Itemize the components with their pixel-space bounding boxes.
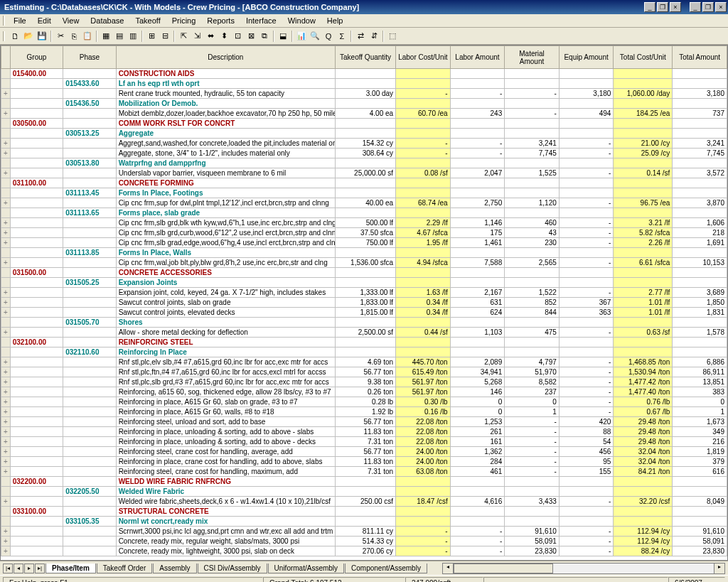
cell[interactable] (673, 278, 727, 288)
cell[interactable]: 7.31 ton (336, 467, 396, 477)
cell[interactable]: 4.67 /sfca (396, 228, 451, 238)
cell[interactable]: 0.28 lb (336, 397, 396, 407)
cell[interactable]: 23,830 (505, 546, 560, 556)
cell[interactable]: 0.67 /lb (614, 407, 673, 417)
menu-gripper[interactable] (3, 16, 5, 26)
cell[interactable] (63, 308, 116, 318)
cell[interactable]: - (450, 89, 505, 99)
cell[interactable] (559, 477, 614, 487)
cell[interactable]: - (559, 328, 614, 338)
col-description[interactable]: Description (116, 46, 335, 69)
cell[interactable]: 033105.35 (63, 517, 116, 527)
row-header[interactable] (1, 248, 11, 258)
cell[interactable]: CONSTRUCTION AIDS (116, 69, 335, 79)
row-header[interactable] (1, 318, 11, 328)
cell[interactable]: - (559, 407, 614, 417)
cell[interactable] (10, 377, 63, 387)
cell[interactable] (505, 318, 560, 328)
cell[interactable]: 030513.80 (63, 158, 116, 168)
cell[interactable] (559, 99, 614, 109)
col-labor-amount[interactable]: Labor Amount (450, 46, 505, 69)
cell[interactable] (559, 188, 614, 198)
table-row[interactable]: +Reinforcing steel, crane cost for handl… (1, 447, 727, 457)
cell[interactable]: 4,616 (450, 497, 505, 507)
cell[interactable] (614, 99, 673, 109)
cell[interactable] (63, 387, 116, 397)
row-header[interactable]: + (1, 198, 11, 208)
col-total-cost-unit[interactable]: Total Cost/Unit (614, 46, 673, 69)
cell[interactable] (450, 119, 505, 129)
cell[interactable]: 032110.60 (63, 347, 116, 357)
cell[interactable]: - (450, 527, 505, 537)
row-header[interactable]: + (1, 417, 11, 427)
cell[interactable]: 7,745 (505, 149, 560, 158)
cell[interactable]: Cip cnc frm,slb grd,blk wth kyw,wd,6"h,1… (116, 218, 335, 228)
cell[interactable]: 737 (673, 109, 727, 119)
cell[interactable] (336, 338, 396, 347)
cell[interactable] (336, 318, 396, 328)
toolbar-icon[interactable]: ⇵ (368, 30, 380, 43)
table-row[interactable]: 030513.80Watrprfng and dampprfng (1, 158, 727, 168)
cell[interactable]: 1,253 (450, 417, 505, 427)
copy-icon[interactable]: ⎘ (68, 30, 80, 43)
cell[interactable] (396, 188, 451, 198)
row-header[interactable] (1, 268, 11, 278)
cell[interactable] (63, 457, 116, 467)
table-row[interactable]: +Mobizt demblz,dozer,loader,backhoe exca… (1, 109, 727, 119)
cell[interactable]: 031113.85 (63, 248, 116, 258)
cell[interactable]: 852 (505, 298, 560, 308)
cell[interactable] (63, 258, 116, 268)
cell[interactable]: 367 (559, 298, 614, 308)
cell[interactable]: 0.76 /lb (614, 397, 673, 407)
table-row[interactable]: 031505.25Expansion Joints (1, 278, 727, 288)
cell[interactable] (614, 119, 673, 129)
cell[interactable] (336, 188, 396, 198)
cell[interactable]: 1.63 /lf (396, 288, 451, 298)
cell[interactable]: 0.08 /sf (396, 168, 451, 178)
cell[interactable] (63, 407, 116, 417)
cell[interactable] (614, 79, 673, 89)
cell[interactable] (10, 109, 63, 119)
toolbar-icon[interactable]: 📊 (295, 30, 308, 43)
table-row[interactable]: +Reinforcing steel, unload and sort, add… (1, 417, 727, 427)
cell[interactable]: 6,886 (673, 357, 727, 367)
toolbar-icon[interactable]: ▦ (100, 30, 112, 43)
cell[interactable]: 161 (450, 437, 505, 447)
cell[interactable]: 624 (450, 308, 505, 318)
cell[interactable] (10, 517, 63, 527)
cell[interactable] (10, 447, 63, 457)
cell[interactable] (450, 507, 505, 517)
cell[interactable]: 96.75 /ea (614, 198, 673, 208)
cell[interactable] (63, 198, 116, 208)
cell[interactable]: 1,536.00 sfca (336, 258, 396, 268)
tab-nav-next[interactable]: ▸ (24, 564, 34, 573)
sum-icon[interactable]: Σ (336, 30, 348, 43)
cell[interactable] (673, 248, 727, 258)
cell[interactable]: 031500.00 (10, 268, 63, 278)
cell[interactable] (63, 467, 116, 477)
cell[interactable]: Cip cnc frm,slb grd,curb,wood,6"12",2 us… (116, 228, 335, 238)
toolbar-icon[interactable]: ⬓ (277, 30, 289, 43)
cell[interactable]: 22.08 /ton (396, 417, 451, 427)
cell[interactable] (63, 69, 116, 79)
cell[interactable]: 2.29 /lf (396, 218, 451, 228)
cell[interactable] (336, 79, 396, 89)
cell[interactable]: 3,572 (673, 168, 727, 178)
cell[interactable]: STRUCTURAL CONCRETE (116, 507, 335, 517)
table-row[interactable]: +Rent crane truck mounted, hydraulic, 55… (1, 89, 727, 99)
toolbar-icon[interactable]: ⊡ (231, 30, 244, 43)
cell[interactable]: 811.11 cy (336, 527, 396, 537)
cell[interactable] (396, 248, 451, 258)
cell[interactable]: 2,047 (450, 168, 505, 178)
cell[interactable] (396, 178, 451, 188)
cell[interactable]: 40.00 ea (336, 198, 396, 208)
doc-minimize-button[interactable]: _ (690, 2, 701, 12)
toolbar-icon[interactable]: ⊠ (245, 30, 257, 43)
cell[interactable]: 631 (450, 298, 505, 308)
cell[interactable]: - (559, 497, 614, 507)
cell[interactable] (10, 188, 63, 198)
cell[interactable] (450, 208, 505, 218)
cell[interactable]: Lf an hs eqp rtl wth oprt (116, 79, 335, 89)
cell[interactable] (63, 268, 116, 278)
cell[interactable]: 3,689 (673, 288, 727, 298)
